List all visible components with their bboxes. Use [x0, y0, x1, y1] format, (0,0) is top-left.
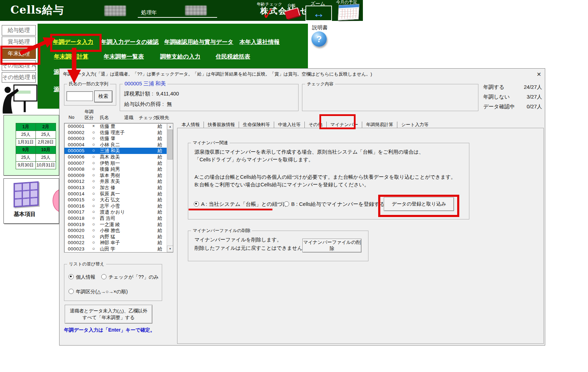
list-item[interactable]: 000004 ○ 小林 良二 給: [64, 142, 167, 148]
processing-year-label: 処理年: [141, 9, 157, 16]
scroll-down-icon[interactable]: ▼: [167, 246, 173, 252]
list-item[interactable]: 000009 ○ 坂本 秀樹 給: [64, 172, 167, 179]
tab-chuuto[interactable]: 中途入社等: [274, 122, 304, 128]
tab-mynumber[interactable]: マイナンバー: [326, 122, 362, 128]
tab-kanikeisan[interactable]: 年調簡易計算: [362, 122, 397, 128]
nencho-kubun-mark: ○: [90, 178, 97, 185]
sidebar-item-other-a[interactable]: その他処理 A: [2, 60, 36, 71]
zoom-icon[interactable]: ↔: [305, 6, 332, 21]
list-item[interactable]: 000017 ○ 渡邉 かおり 給: [64, 209, 167, 215]
sort-radio-personal[interactable]: 個人情報: [69, 274, 95, 280]
search-input[interactable]: [66, 91, 93, 101]
nencho-kubun-mark: ○: [90, 148, 97, 154]
basic-items-panel: 基本項目: [3, 178, 59, 224]
cal-cell: 9月: [16, 146, 36, 154]
sidebar-item-bonus[interactable]: 賞与処理: [2, 37, 36, 47]
list-item[interactable]: 000018 ○ 西 浩司 給: [64, 215, 167, 222]
col-header-no: No: [69, 115, 74, 120]
set-all-yearend-button[interactable]: 退職者とデータ未入力(△)、乙欄以外 すべて「年末調整」する: [65, 305, 152, 324]
list-item[interactable]: 000014 ○ 荻原 真一 給: [64, 191, 167, 197]
sort-radio-check-only-icon[interactable]: [101, 274, 106, 279]
list-item[interactable]: 000016 ○ 志平 小雪 給: [64, 203, 167, 209]
list-item[interactable]: 000006 ○ 髙木 政美 給: [64, 154, 167, 160]
list-item[interactable]: 000012 ○ 井原 友美 給: [64, 178, 167, 185]
tab-honnin[interactable]: 本人情報: [178, 122, 204, 128]
tab-sonota[interactable]: その他: [304, 122, 326, 128]
scrollbar[interactable]: ▲ ▼: [167, 123, 173, 252]
taxable-total: 課税累計額 : 9,411,400: [124, 91, 179, 97]
list-item[interactable]: 000019 ○ 一之瀬 綾 給: [64, 222, 167, 228]
list-item[interactable]: 000001 × 佐藤 豊 給: [64, 123, 167, 130]
close-icon[interactable]: ✕: [535, 70, 543, 78]
delete-desc-line2: 削除したファイルは元に戻すことはできません。: [194, 244, 308, 252]
scroll-thumb[interactable]: [167, 130, 173, 160]
data-register-import-button[interactable]: データの登録と取り込み: [384, 197, 454, 211]
menu-partial-link[interactable]: 源: [54, 86, 59, 93]
menu-resident-tax[interactable]: 住民税総括表: [216, 53, 250, 61]
employee-name: 小柳 雅也: [100, 227, 120, 234]
sort-radio-personal-icon[interactable]: [69, 274, 74, 279]
reflect-dest: 給: [158, 209, 162, 215]
menu-nencho-input-check[interactable]: 年調入力データの確認: [101, 38, 159, 46]
reflect-dest: 給: [158, 123, 162, 130]
month-summary-panel: 1月 2月 25人 25人 1月31日 2月28日 9月 10月 25人 25人…: [3, 115, 59, 176]
tab-seimei[interactable]: 生命保険料等: [239, 122, 274, 128]
mynumber-delete-button[interactable]: マイナンバーファイルの削除: [302, 239, 361, 253]
list-item[interactable]: 000007 ○ 伊勢 順一 給: [64, 160, 167, 166]
button-label: データの登録と取り込み: [392, 201, 446, 207]
stat-checking-value: 0/27人: [514, 103, 542, 110]
menu-yearend-list[interactable]: 年末調整一覧表: [104, 53, 144, 61]
radio-b-icon[interactable]: [284, 201, 289, 207]
menu-adjust-payment[interactable]: 調整支給の入力: [160, 53, 200, 61]
sidebar-item-salary[interactable]: 給与処理: [2, 25, 36, 36]
tab-sheet-input[interactable]: シート入力等: [397, 122, 432, 128]
sidebar-item-label: 賞与処理: [8, 38, 30, 46]
menu-yearend-calc[interactable]: 年末調整計算: [54, 53, 88, 61]
employee-name: 後藤 純男: [100, 166, 120, 172]
basic-items-icon[interactable]: [14, 181, 39, 207]
nencho-kubun-mark: ○: [90, 142, 97, 148]
menu-nencho-data-input[interactable]: 年調データ入力: [53, 38, 93, 46]
age-check-icon[interactable]: ✓: [261, 3, 276, 24]
employee-name: 渡邉 かおり: [100, 209, 125, 215]
name-search-group: 氏名の一部の文字列 検索: [64, 84, 116, 106]
list-item[interactable]: 000022 ○ 神部 幸子 給: [64, 240, 167, 246]
tab-fuyou[interactable]: 扶養親族情報: [204, 122, 239, 128]
help-question-icon[interactable]: ?: [311, 31, 327, 47]
sort-radio-check-only[interactable]: チェックが「??」のみ: [101, 274, 159, 280]
sidebar-item-other-b[interactable]: その他処理 B: [2, 72, 36, 83]
menu-this-year-hires[interactable]: 本年入退社情報: [239, 38, 280, 46]
search-button[interactable]: 検索: [94, 91, 112, 102]
radio-option-a[interactable]: A : 当社システム「台帳」との紐づけ: [194, 201, 288, 208]
list-item[interactable]: 000005 ○ 三浦 和美 給: [64, 148, 167, 154]
list-item[interactable]: 000003 ○ 佐藤 肇 給: [64, 135, 167, 142]
basic-items-label: 基本項目: [4, 211, 46, 218]
employee-no: 000023: [68, 246, 85, 252]
scroll-up-icon[interactable]: ▲: [167, 123, 173, 130]
sort-radio-kubun[interactable]: 年調区分(△→○→×の順): [69, 289, 128, 295]
list-item[interactable]: 000023 ○ 山田 学 給: [64, 246, 167, 252]
list-item[interactable]: 000008 ○ 後藤 純男 給: [64, 166, 167, 172]
menu-partial-link[interactable]: 源: [54, 68, 59, 76]
redacted-text: [104, 6, 126, 16]
list-item[interactable]: 000013 ○ 加古 修 給: [64, 185, 167, 191]
list-item[interactable]: 000002 ○ 佐藤 理恵子 給: [64, 130, 167, 136]
calendar-icon[interactable]: [338, 4, 359, 20]
col-header-retire: 退職: [124, 115, 133, 121]
list-item[interactable]: 000015 ○ 大石 弘文 給: [64, 197, 167, 203]
list-item[interactable]: 000021 ○ 内野 猛 給: [64, 234, 167, 240]
reflect-dest: 給: [158, 197, 162, 203]
radio-a-icon[interactable]: [194, 201, 199, 207]
nencho-kubun-mark: ○: [90, 172, 97, 179]
reflect-dest: 給: [158, 166, 162, 172]
mynumber-delete-group: マイナンバーファイルの削除 マイナンバーファイルを削除します。 削除したファイル…: [188, 231, 368, 261]
menu-nencho-confirm-data[interactable]: 年調確認用給与賞与データ: [164, 38, 233, 46]
sidebar-item-yearend[interactable]: 年末処理: [2, 48, 36, 59]
radio-option-b[interactable]: B : Cells給与でマイナンバーを登録する: [284, 201, 385, 208]
sort-radio-kubun-icon[interactable]: [69, 289, 74, 294]
button-label-line2: すべて「年末調整」する: [82, 314, 135, 321]
employee-name: 志平 小雪: [100, 203, 120, 209]
mynumber-desc-line2: 「Cellsドライブ」からマイナンバーを取得します。: [194, 156, 313, 163]
list-item[interactable]: 000020 ○ 小柳 雅也 給: [64, 227, 167, 234]
group-label: マイナンバーファイルの削除: [191, 228, 252, 234]
